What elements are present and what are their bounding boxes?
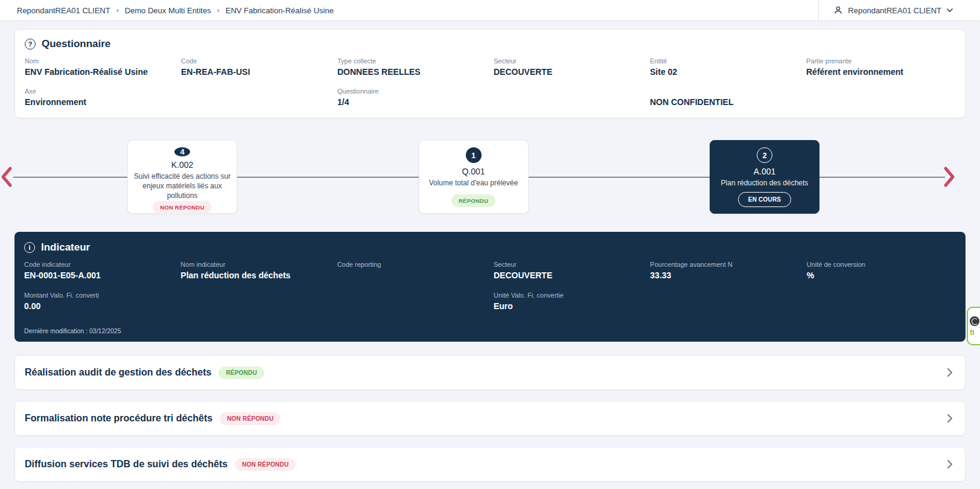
chevron-right-icon: [947, 459, 953, 469]
field-unite-conversion: Unité de conversion %: [807, 261, 956, 281]
field-entite: Entité Site 02: [650, 57, 799, 77]
status-badge: NON RÉPONDU: [153, 201, 211, 214]
question-list: Réalisation audit de gestion des déchets…: [14, 355, 966, 482]
field-code-indicateur: Code indicateur EN-0001-E05-A.001: [24, 261, 173, 281]
chevron-right-icon: [947, 414, 953, 423]
question-number-badge: 1: [466, 147, 482, 163]
question-carousel: 4 K.002 Suivi efficacité des actions sur…: [0, 140, 980, 214]
field-secteur: Secteur DECOUVERTE: [494, 57, 643, 77]
person-icon: [833, 5, 843, 15]
question-description: Suivi efficacité des actions sur enjeux …: [133, 171, 232, 201]
side-widget[interactable]: fi: [967, 307, 980, 345]
field-type-collecte: Type collecte DONNEES REELLES: [337, 57, 486, 77]
field-axe: Axe Environnement: [25, 88, 174, 107]
question-code: A.001: [754, 167, 776, 176]
question-number-badge: 4: [174, 147, 190, 156]
breadcrumb: RepondantREA01 CLIENT › Demo Deux Multi …: [0, 6, 334, 15]
top-bar: RepondantREA01 CLIENT › Demo Deux Multi …: [0, 0, 980, 21]
field-nom-indicateur: Nom indicateur Plan réduction des déchet…: [180, 261, 329, 281]
question-row-title: Diffusion services TDB de suivi des déch…: [25, 459, 228, 470]
breadcrumb-separator: ›: [217, 6, 220, 14]
user-menu[interactable]: RepondantREA01 CLIENT: [818, 0, 980, 21]
indicator-panel: i Indicateur Code indicateur EN-0001-E05…: [14, 232, 966, 342]
question-number-badge: 2: [757, 147, 772, 163]
question-description: Plan réduction des déchets: [721, 178, 809, 192]
last-modified-text: Dernière modification : 03/12/2025: [24, 327, 956, 334]
widget-glyph-icon: fi: [970, 328, 975, 336]
status-badge: NON RÉPONDU: [220, 412, 281, 425]
field-pourcentage-avancement: Pourcentage avancement N 33.33: [650, 261, 799, 281]
questionnaire-title: Questionnaire: [42, 38, 110, 50]
question-row-title: Réalisation audit de gestion des déchets: [25, 367, 211, 378]
questionnaire-card: ? Questionnaire Nom ENV Fabrication-Réal…: [14, 29, 966, 118]
field-code: Code EN-REA-FAB-USI: [181, 57, 330, 77]
chevron-left-icon[interactable]: [0, 166, 13, 188]
breadcrumb-item-questionnaire[interactable]: ENV Fabrication-Réalisé Usine: [226, 6, 334, 15]
user-name: RepondantREA01 CLIENT: [848, 6, 941, 15]
field-confidentialite: NON CONFIDENTIEL: [650, 88, 799, 107]
field-nom: Nom ENV Fabrication-Réalisé Usine: [25, 57, 174, 77]
question-row-diffusion[interactable]: Diffusion services TDB de suivi des déch…: [14, 447, 966, 482]
question-description: Volume total d'eau prélevée: [429, 178, 518, 194]
question-code: Q.001: [462, 167, 485, 176]
question-row-audit[interactable]: Réalisation audit de gestion des déchets…: [14, 355, 966, 390]
question-circle-icon: ?: [25, 39, 36, 50]
info-circle-icon: i: [24, 242, 35, 253]
field-unite-valo: Unité Valo. Fi. convertie Euro: [494, 292, 643, 312]
status-badge: RÉPONDU: [451, 194, 495, 207]
carousel-card-k002[interactable]: 4 K.002 Suivi efficacité des actions sur…: [127, 140, 237, 214]
globe-icon: [970, 316, 979, 326]
status-badge: NON RÉPONDU: [235, 458, 296, 471]
chevron-down-icon: [946, 8, 953, 13]
field-code-reporting: Code reporting: [337, 261, 486, 281]
chevron-right-icon[interactable]: [943, 166, 956, 188]
chevron-right-icon: [947, 368, 953, 377]
question-row-title: Formalisation note procédure tri déchêts: [25, 413, 212, 424]
question-row-formalisation[interactable]: Formalisation note procédure tri déchêts…: [14, 401, 966, 436]
status-badge: RÉPONDU: [218, 366, 264, 379]
indicator-title: Indicateur: [41, 241, 90, 254]
field-secteur-indicateur: Secteur DECOUVERTE: [494, 261, 643, 281]
breadcrumb-separator: ›: [116, 6, 119, 14]
carousel-card-q001[interactable]: 1 Q.001 Volume total d'eau prélevée RÉPO…: [419, 140, 529, 214]
carousel-card-a001-active[interactable]: 2 A.001 Plan réduction des déchets EN CO…: [710, 140, 819, 214]
field-partie-prenante: Partie prenante Référent environnement: [806, 57, 955, 77]
breadcrumb-item-client[interactable]: RepondantREA01 CLIENT: [17, 6, 110, 15]
breadcrumb-item-campaign[interactable]: Demo Deux Multi Entites: [125, 6, 211, 15]
field-questionnaire-progress: Questionnaire 1/4: [337, 88, 486, 107]
status-badge: EN COURS: [738, 192, 791, 207]
question-code: K.002: [171, 160, 194, 170]
field-montant-valo: Montant Valo. Fi. converti 0.00: [24, 292, 173, 312]
